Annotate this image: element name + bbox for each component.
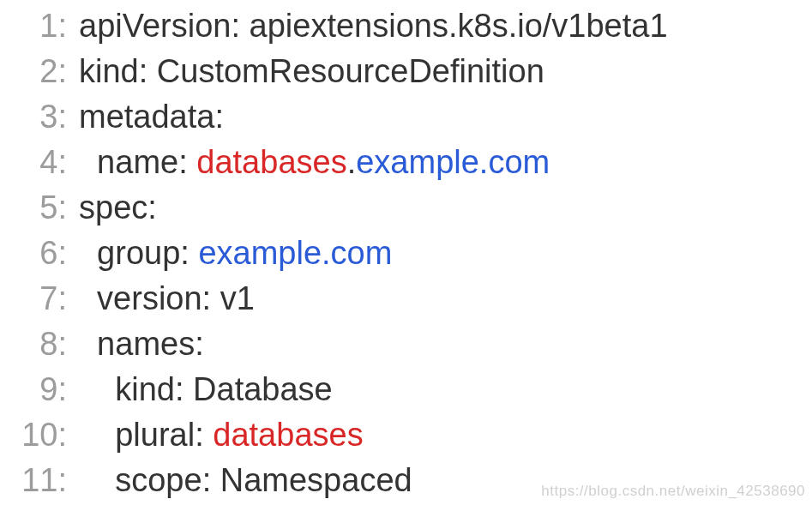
line-number: 1: <box>0 3 67 49</box>
line-content: spec: <box>79 185 157 231</box>
code-line: 9: kind: Database <box>0 367 812 412</box>
line-number: 9: <box>0 367 67 412</box>
line-number: 2: <box>0 49 67 94</box>
code-line: 4: name: databases.example.com <box>0 140 812 185</box>
code-token: apiVersion: apiextensions.k8s.io/v1beta1 <box>79 8 668 44</box>
line-number: 11: <box>0 458 67 503</box>
code-line: 5:spec: <box>0 185 812 231</box>
code-token: spec: <box>79 189 157 225</box>
code-token: plural: <box>79 417 213 453</box>
code-token: metadata: <box>79 99 224 135</box>
code-token: example.com <box>198 235 392 271</box>
code-token: databases <box>213 417 363 453</box>
code-token: name: <box>79 144 196 180</box>
watermark-text: https://blog.csdn.net/weixin_42538690 <box>541 483 805 500</box>
code-token: version: v1 <box>79 280 255 316</box>
line-number: 6: <box>0 231 67 276</box>
line-content: metadata: <box>79 94 224 140</box>
code-block: 1:apiVersion: apiextensions.k8s.io/v1bet… <box>0 0 812 503</box>
code-line: 1:apiVersion: apiextensions.k8s.io/v1bet… <box>0 3 812 49</box>
code-line: 8: names: <box>0 322 812 367</box>
code-token: example.com <box>356 144 550 180</box>
code-line: 2:kind: CustomResourceDefinition <box>0 49 812 94</box>
code-token: kind: Database <box>79 371 333 407</box>
code-line: 3:metadata: <box>0 94 812 140</box>
line-content: kind: CustomResourceDefinition <box>79 49 544 94</box>
line-number: 8: <box>0 322 67 367</box>
line-content: version: v1 <box>79 276 255 322</box>
line-content: group: example.com <box>79 231 392 276</box>
code-token: kind: CustomResourceDefinition <box>79 53 544 89</box>
line-content: apiVersion: apiextensions.k8s.io/v1beta1 <box>79 3 668 49</box>
code-token: names: <box>79 326 204 362</box>
line-content: plural: databases <box>79 412 364 458</box>
line-content: name: databases.example.com <box>79 140 550 185</box>
code-token: . <box>347 144 357 180</box>
line-number: 4: <box>0 140 67 185</box>
code-line: 10: plural: databases <box>0 412 812 458</box>
line-number: 3: <box>0 94 67 140</box>
code-line: 7: version: v1 <box>0 276 812 322</box>
line-number: 5: <box>0 185 67 231</box>
line-content: names: <box>79 322 204 367</box>
line-content: scope: Namespaced <box>79 458 412 503</box>
line-number: 7: <box>0 276 67 322</box>
code-token: group: <box>79 235 198 271</box>
line-content: kind: Database <box>79 367 333 412</box>
code-token: databases <box>196 144 346 180</box>
code-token: scope: Namespaced <box>79 462 412 498</box>
line-number: 10: <box>0 412 67 458</box>
code-line: 6: group: example.com <box>0 231 812 276</box>
